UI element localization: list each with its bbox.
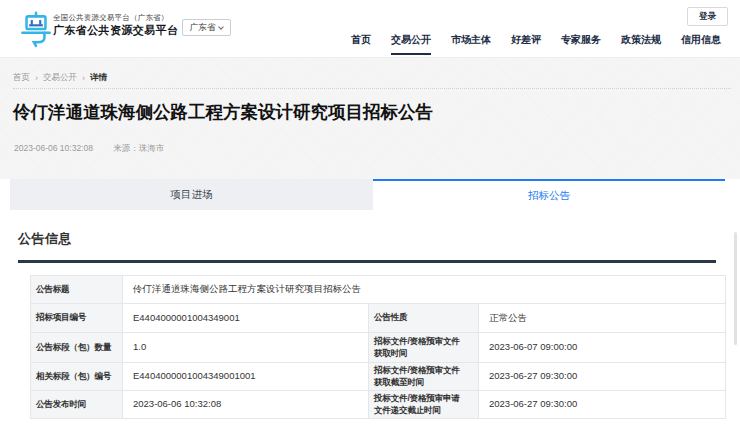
section-title-rule — [18, 260, 716, 263]
page-hero: 首页 › 交易公开 › 详情 伶仃洋通道珠海侧公路工程方案设计研究项目招标公告 … — [0, 58, 740, 179]
platform-title-small: 全国公共资源交易平台（广东省） — [53, 13, 169, 23]
nav-item-expert-service[interactable]: 专家服务 — [561, 33, 601, 55]
row-value: 2023-06-27 09:30:00 — [479, 363, 726, 391]
breadcrumb-separator: › — [35, 73, 38, 83]
article-source: 来源：珠海市 — [113, 143, 164, 153]
row-value: E4404000001004349001001 — [123, 363, 369, 391]
table-row: 相关标段（包）编号 E4404000001004349001001 招标文件/资… — [31, 363, 726, 391]
row-value: 1.0 — [123, 333, 369, 363]
table-row: 公告标段（包）数量 1.0 招标文件/资格预审文件 获取时间 2023-06-0… — [31, 333, 726, 363]
breadcrumb: 首页 › 交易公开 › 详情 — [13, 72, 107, 84]
row-label: 相关标段（包）编号 — [31, 363, 123, 391]
platform-logo-icon — [16, 9, 56, 49]
row-label: 投标文件/资格预审申请 文件递交截止时间 — [369, 391, 479, 419]
breadcrumb-separator: › — [82, 73, 85, 83]
nav-item-policy[interactable]: 政策法规 — [621, 33, 661, 55]
nav-item-trade-public[interactable]: 交易公开 — [391, 33, 431, 55]
row-label: 公告标段（包）数量 — [31, 333, 123, 363]
platform-title-main: 广东省公共资源交易平台 — [53, 23, 178, 38]
breadcrumb-divider — [13, 88, 731, 89]
publish-time: 2023-06-06 10:32:08 — [14, 143, 93, 153]
row-value: 2023-06-07 09:00:00 — [479, 333, 726, 363]
nav-item-rating[interactable]: 好差评 — [511, 33, 541, 55]
page-title: 伶仃洋通道珠海侧公路工程方案设计研究项目招标公告 — [13, 100, 433, 124]
detail-tabs: 项目进场 招标公告 — [10, 179, 725, 210]
chevron-down-icon — [218, 24, 224, 30]
region-selector[interactable]: 广东省 — [182, 19, 231, 36]
tab-tender-announcement[interactable]: 招标公告 — [373, 179, 725, 210]
table-row: 公告标题 伶仃洋通道珠海侧公路工程方案设计研究项目招标公告 — [31, 276, 726, 304]
row-label: 招标文件/资格预审文件 获取时间 — [369, 333, 479, 363]
breadcrumb-home[interactable]: 首页 — [13, 72, 30, 84]
nav-item-credit[interactable]: 信用信息 — [681, 33, 721, 55]
row-value: 2023-06-06 10:32:08 — [123, 391, 369, 419]
region-selector-label: 广东省 — [190, 22, 216, 34]
row-label: 公告性质 — [369, 304, 479, 333]
announcement-info-table: 公告标题 伶仃洋通道珠海侧公路工程方案设计研究项目招标公告 招标项目编号 E44… — [30, 275, 726, 419]
nav-item-home[interactable]: 首页 — [351, 33, 371, 55]
row-value: 伶仃洋通道珠海侧公路工程方案设计研究项目招标公告 — [123, 276, 726, 304]
row-value: E4404000001004349001 — [123, 304, 369, 333]
breadcrumb-current: 详情 — [90, 72, 107, 84]
table-row: 招标项目编号 E4404000001004349001 公告性质 正常公告 — [31, 304, 726, 333]
section-title: 公告信息 — [18, 230, 72, 248]
login-button[interactable]: 登录 — [687, 7, 728, 26]
row-label: 公告标题 — [31, 276, 123, 304]
row-label: 公告发布时间 — [31, 391, 123, 419]
table-row: 公告发布时间 2023-06-06 10:32:08 投标文件/资格预审申请 文… — [31, 391, 726, 419]
nav-item-market-subject[interactable]: 市场主体 — [451, 33, 491, 55]
tab-project-entry[interactable]: 项目进场 — [10, 179, 373, 210]
scrollbar-thumb[interactable] — [734, 232, 737, 345]
main-nav: 首页 交易公开 市场主体 好差评 专家服务 政策法规 信用信息 — [351, 33, 721, 55]
row-value: 正常公告 — [479, 304, 726, 333]
article-meta: 2023-06-06 10:32:08 来源：珠海市 — [14, 143, 164, 155]
row-label: 招标文件/资格预审文件 获取截至时间 — [369, 363, 479, 391]
site-header: 全国公共资源交易平台（广东省） 广东省公共资源交易平台 广东省 登录 首页 交易… — [0, 0, 740, 58]
row-label: 招标项目编号 — [31, 304, 123, 333]
breadcrumb-trade-public[interactable]: 交易公开 — [43, 72, 77, 84]
row-value: 2023-06-27 09:30:00 — [479, 391, 726, 419]
